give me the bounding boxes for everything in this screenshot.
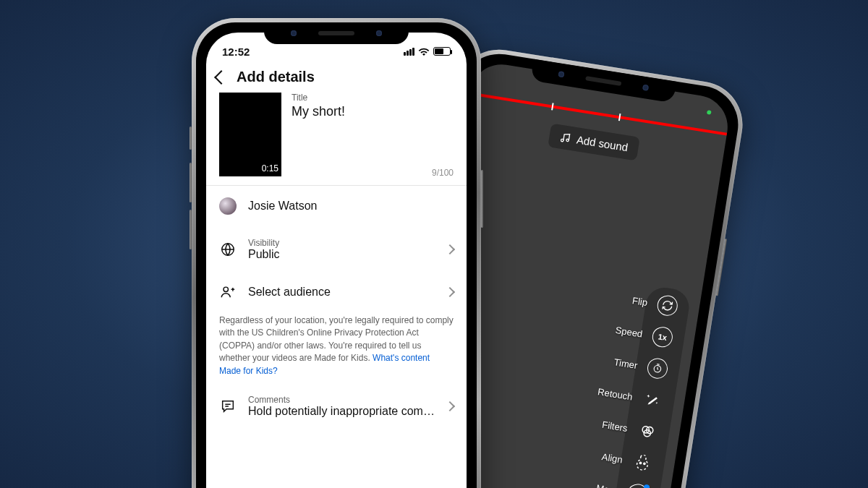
phone-add-details: 12:52 Add details 0:15 (192, 18, 481, 488)
visibility-label: Visibility (248, 238, 435, 248)
audience-label: Select audience (248, 286, 435, 299)
visibility-value: Public (248, 248, 435, 261)
tool-timer[interactable]: Timer (640, 356, 675, 381)
speed-icon: 1x (651, 325, 674, 348)
notification-dot (643, 484, 650, 488)
svg-point-6 (639, 462, 642, 464)
tool-align[interactable]: Align (625, 450, 660, 476)
add-sound-label: Add sound (576, 133, 629, 153)
tool-flip[interactable]: Flip (650, 293, 685, 318)
svg-point-1 (566, 139, 569, 142)
comments-label: Comments (248, 395, 435, 405)
visibility-row[interactable]: Visibility Public (206, 226, 467, 273)
back-button[interactable] (214, 70, 229, 85)
chevron-right-icon (445, 244, 455, 254)
tool-speed[interactable]: Speed 1x (645, 325, 680, 350)
svg-point-9 (224, 287, 228, 291)
svg-point-0 (561, 139, 563, 142)
tool-more[interactable]: More (621, 481, 655, 488)
wifi-icon (418, 47, 430, 56)
video-duration: 0:15 (262, 163, 278, 174)
globe-icon (220, 241, 236, 257)
title-field[interactable]: Title My short! (292, 93, 454, 176)
audience-icon (220, 284, 236, 300)
recording-indicator-dot (707, 110, 712, 115)
title-label: Title (292, 93, 454, 103)
battery-icon (433, 47, 451, 56)
legal-notice: Regardless of your location, you're lega… (206, 312, 467, 383)
video-thumbnail[interactable]: 0:15 (219, 93, 281, 176)
avatar (219, 197, 237, 215)
recording-progress-bar (469, 92, 727, 135)
chevron-right-icon (445, 287, 455, 297)
svg-point-7 (644, 463, 646, 465)
comments-value: Hold potentially inappropriate com… (248, 405, 435, 418)
tool-retouch[interactable]: Retouch (635, 388, 670, 413)
chevron-right-icon (445, 401, 455, 411)
status-time: 12:52 (222, 46, 250, 58)
tool-filters[interactable]: Filters (630, 419, 665, 444)
cellular-icon (404, 48, 414, 56)
filters-icon (636, 420, 659, 443)
add-sound-button[interactable]: Add sound (548, 124, 639, 161)
flip-icon (656, 294, 679, 317)
align-icon (631, 451, 654, 474)
author-row: Josie Watson (206, 186, 467, 226)
retouch-icon (641, 388, 664, 411)
title-char-count: 9/100 (432, 168, 454, 178)
comments-row[interactable]: Comments Hold potentially inappropriate … (206, 383, 467, 429)
audience-row[interactable]: Select audience (206, 273, 467, 312)
timer-icon (646, 357, 669, 380)
page-title: Add details (237, 69, 315, 85)
author-name: Josie Watson (248, 200, 454, 213)
title-value: My short! (292, 104, 454, 119)
comments-icon (220, 398, 236, 414)
camera-toolbar: Flip Speed 1x Timer (613, 285, 692, 488)
chevron-down-icon (626, 482, 649, 488)
music-note-icon (558, 131, 571, 144)
